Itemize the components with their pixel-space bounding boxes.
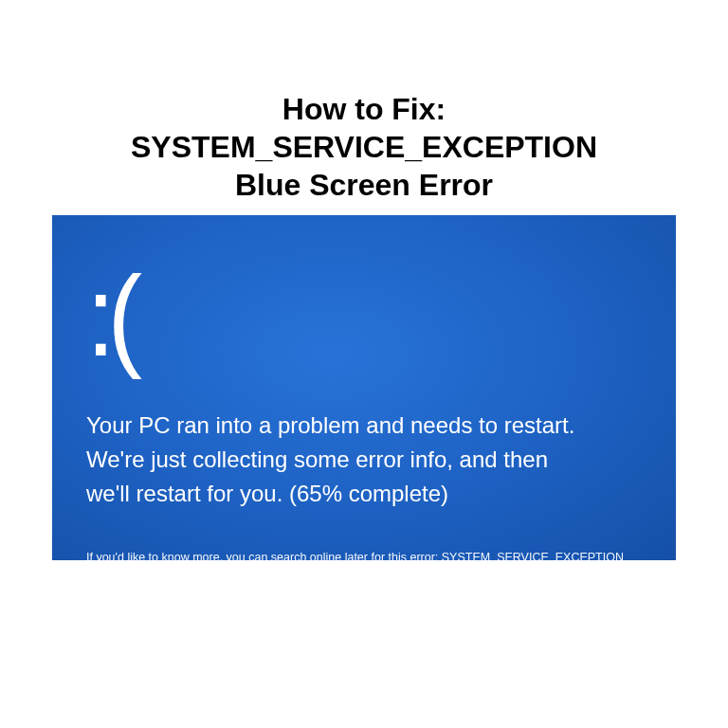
sad-face-icon: :(	[86, 259, 642, 373]
bsod-message-line-2: We're just collecting some error info, a…	[86, 446, 548, 472]
bsod-footnote: If you'd like to know more, you can sear…	[86, 551, 642, 564]
bsod-message-line-1: Your PC ran into a problem and needs to …	[86, 412, 574, 438]
bsod-message: Your PC ran into a problem and needs to …	[86, 409, 642, 511]
bsod-message-line-3: we'll restart for you. (65% complete)	[86, 481, 448, 506]
title-line-1: How to Fix:	[282, 92, 446, 126]
title-line-2: SYSTEM_SERVICE_EXCEPTION	[131, 130, 597, 164]
article-title: How to Fix: SYSTEM_SERVICE_EXCEPTION Blu…	[131, 90, 597, 204]
title-line-3: Blue Screen Error	[235, 168, 493, 202]
bluescreen-image: :( Your PC ran into a problem and needs …	[52, 215, 676, 560]
article-container: How to Fix: SYSTEM_SERVICE_EXCEPTION Blu…	[0, 0, 728, 728]
